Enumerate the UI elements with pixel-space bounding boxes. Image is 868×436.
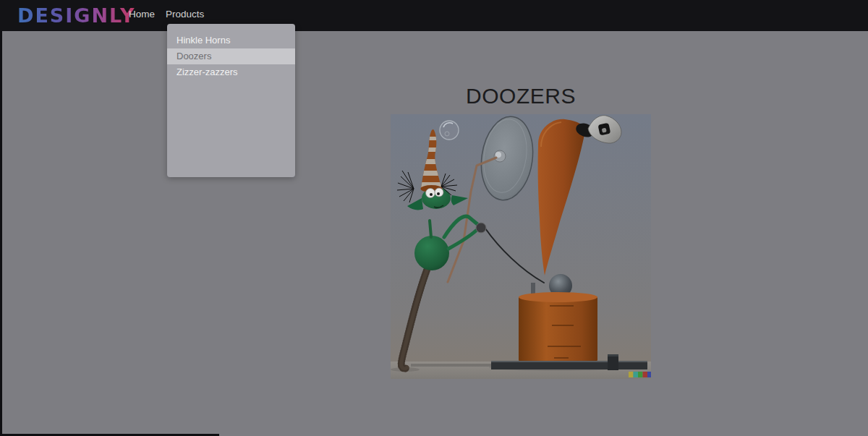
watermark-swatches (629, 372, 651, 377)
navbar: DESIGNLY Home Products (0, 0, 868, 31)
products-dropdown-menu: Hinkle Horns Doozers Zizzer-zazzers (167, 24, 295, 177)
creature-neck (430, 221, 431, 237)
page-content: DOOZERS (2, 31, 868, 436)
dropdown-item-doozers[interactable]: Doozers (167, 48, 295, 64)
glass-bubble (440, 121, 459, 140)
dropdown-item-zizzer-zazzers[interactable]: Zizzer-zazzers (167, 64, 295, 80)
creature-body (414, 236, 449, 270)
grip-knob (476, 223, 486, 233)
page-title: DOOZERS (391, 84, 651, 108)
hero-image (391, 114, 651, 379)
nav-item-home[interactable]: Home (129, 9, 155, 20)
dropdown-item-hinkle-horns[interactable]: Hinkle Horns (167, 33, 295, 48)
nav-item-products[interactable]: Products (166, 9, 204, 20)
dish-knob (494, 150, 506, 162)
orange-cylinder (519, 292, 597, 364)
brand-logo[interactable]: DESIGNLY (17, 4, 136, 27)
page: DESIGNLY Home Products DOOZERS (0, 0, 868, 436)
